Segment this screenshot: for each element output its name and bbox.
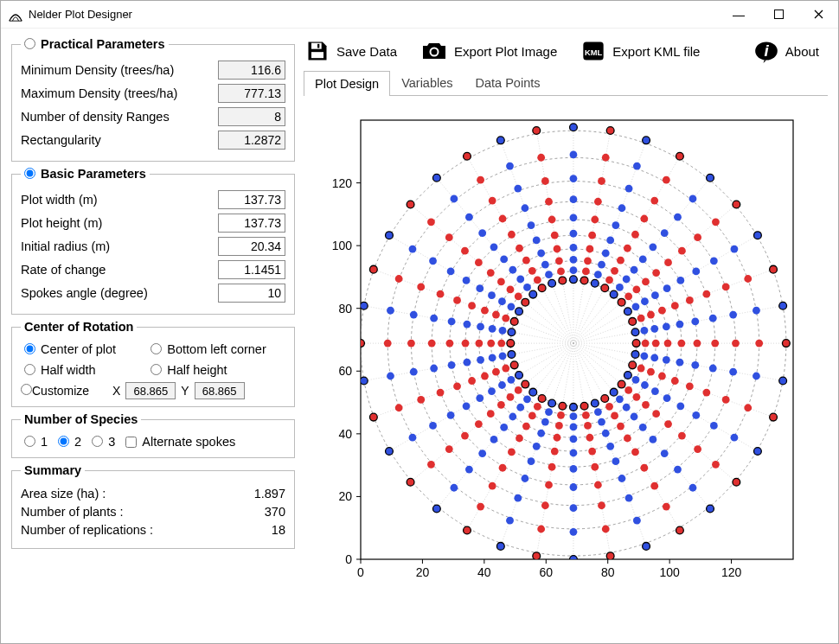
area-size-value: 1.897 [254, 487, 285, 501]
svg-point-283 [448, 317, 456, 325]
alternate-spokes-checkbox[interactable] [125, 437, 137, 448]
svg-point-175 [489, 325, 496, 333]
maximize-button[interactable] [759, 1, 798, 29]
spokes-angle-field[interactable] [218, 284, 285, 303]
species-2-radio[interactable] [58, 436, 69, 447]
bottom-left-radio-label[interactable]: Bottom left corner [151, 342, 285, 356]
species-1-radio[interactable] [24, 436, 35, 447]
svg-text:60: 60 [338, 364, 352, 378]
svg-point-129 [594, 271, 602, 278]
svg-point-422 [464, 152, 471, 160]
center-plot-radio[interactable] [24, 343, 35, 354]
svg-point-317 [447, 268, 455, 276]
rate-field[interactable] [218, 260, 285, 279]
rectangularity-field[interactable] [218, 131, 285, 150]
practical-mode-radio[interactable] [24, 38, 35, 49]
svg-point-293 [570, 465, 578, 473]
half-height-radio[interactable] [151, 364, 162, 375]
center-x-field[interactable] [125, 382, 176, 399]
svg-point-249 [464, 359, 471, 367]
toolbar: Save Data Export Plot Image KML Export K… [304, 37, 828, 70]
plot-height-label: Plot height (m) [21, 216, 218, 230]
svg-point-132 [557, 267, 565, 275]
svg-point-439 [643, 543, 650, 551]
svg-text:20: 20 [416, 565, 430, 579]
svg-point-240 [551, 232, 559, 239]
svg-point-337 [709, 365, 717, 373]
export-image-button[interactable]: Export Plot Image [421, 40, 557, 62]
center-plot-radio-label[interactable]: Center of plot [24, 342, 135, 356]
svg-point-252 [487, 410, 495, 418]
svg-point-152 [605, 403, 613, 411]
svg-point-270 [664, 258, 672, 266]
svg-point-298 [664, 420, 672, 428]
svg-point-128 [605, 277, 613, 284]
svg-point-188 [611, 412, 618, 420]
svg-point-402 [602, 526, 610, 533]
species-3-label[interactable]: 3 [92, 435, 115, 449]
initial-radius-field[interactable] [218, 237, 285, 256]
customize-radio-label[interactable]: Customize [21, 384, 107, 398]
bottom-left-radio[interactable] [151, 343, 162, 354]
half-width-radio[interactable] [24, 364, 35, 375]
svg-point-261 [639, 424, 647, 431]
species-1-label[interactable]: 1 [24, 435, 48, 449]
species-2-label[interactable]: 2 [58, 435, 81, 449]
svg-point-155 [632, 376, 640, 384]
svg-point-266 [694, 340, 701, 348]
basic-parameters-group: Basic Parameters Plot width (m) Plot hei… [11, 167, 295, 315]
min-density-field[interactable] [218, 61, 285, 80]
svg-point-306 [678, 247, 686, 255]
svg-point-213 [477, 356, 484, 364]
svg-point-342 [694, 233, 701, 241]
export-kml-button[interactable]: KML Export KML file [581, 39, 700, 63]
customize-radio[interactable] [21, 384, 32, 395]
half-width-radio-label[interactable]: Half width [24, 363, 135, 377]
svg-point-248 [462, 340, 470, 348]
species-3-radio[interactable] [92, 436, 103, 447]
half-height-radio-label[interactable]: Half height [151, 363, 285, 377]
ranges-field[interactable] [218, 107, 285, 126]
basic-mode-radio[interactable] [24, 168, 35, 179]
svg-point-180 [507, 393, 515, 401]
svg-point-98 [538, 284, 546, 292]
close-button[interactable] [798, 1, 838, 29]
svg-point-138 [502, 315, 509, 322]
svg-point-145 [523, 395, 531, 403]
svg-point-134 [534, 277, 541, 284]
svg-point-190 [633, 393, 641, 401]
svg-point-428 [357, 340, 365, 348]
svg-point-401 [570, 528, 578, 536]
svg-point-327 [522, 475, 529, 482]
svg-point-121 [631, 351, 639, 359]
minimize-button[interactable]: — [719, 1, 759, 29]
about-button[interactable]: i About [754, 39, 819, 63]
svg-point-122 [642, 340, 650, 348]
max-density-field[interactable] [218, 84, 285, 103]
svg-point-253 [500, 424, 508, 431]
svg-point-294 [591, 463, 599, 471]
svg-point-394 [395, 404, 403, 411]
save-data-button[interactable]: Save Data [305, 39, 397, 63]
plot-height-field[interactable] [218, 214, 285, 233]
svg-point-186 [584, 422, 592, 430]
svg-point-291 [528, 457, 535, 465]
svg-point-187 [598, 418, 605, 426]
center-y-field[interactable] [195, 382, 245, 399]
plot-width-field[interactable] [218, 190, 285, 209]
svg-text:120: 120 [721, 565, 742, 579]
svg-rect-2 [311, 52, 323, 58]
svg-point-304 [702, 290, 710, 298]
svg-point-418 [606, 127, 614, 135]
svg-point-301 [691, 361, 699, 369]
alternate-spokes-label[interactable]: Alternate spokes [125, 435, 235, 449]
svg-point-284 [446, 340, 454, 348]
tab-variables[interactable]: Variables [390, 70, 464, 95]
svg-point-247 [464, 321, 471, 328]
svg-point-369 [674, 466, 682, 474]
svg-point-392 [384, 340, 392, 348]
svg-point-433 [432, 505, 440, 513]
svg-point-367 [625, 494, 633, 502]
tab-data-points[interactable]: Data Points [464, 70, 552, 95]
tab-plot-design[interactable]: Plot Design [304, 71, 390, 96]
